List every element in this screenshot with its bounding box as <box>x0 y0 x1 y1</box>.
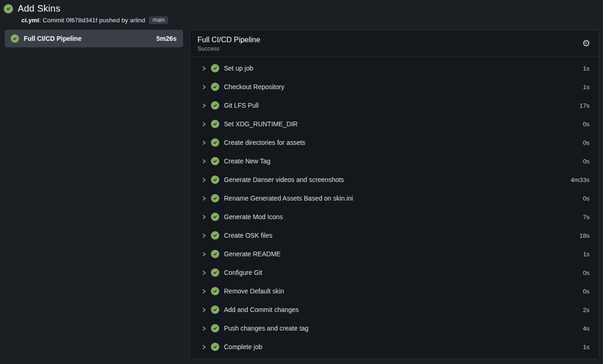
step-success-icon <box>211 101 219 110</box>
step-success-icon <box>211 250 219 258</box>
job-name: Full CI/CD Pipeline <box>24 35 151 42</box>
step-name: Create OSK files <box>224 232 575 239</box>
job-detail-panel: Full CI/CD Pipeline Success ⚙ Set up job… <box>190 30 599 359</box>
step-name: Git LFS Pull <box>224 102 575 109</box>
step-duration: 0s <box>583 195 590 202</box>
chevron-right-icon[interactable] <box>202 344 207 350</box>
step-success-icon <box>211 138 219 147</box>
content-area: Full CI/CD Pipeline 5m26s Full CI/CD Pip… <box>0 30 603 359</box>
step-duration: 0s <box>583 158 590 165</box>
chevron-right-icon[interactable] <box>202 326 207 331</box>
step-name: Set XDG_RUNTIME_DIR <box>224 120 579 128</box>
step-name: Complete job <box>224 343 579 351</box>
step-success-icon <box>211 157 219 165</box>
step-row[interactable]: Remove Default skin 0s <box>190 282 599 300</box>
step-duration: 0s <box>583 121 590 128</box>
step-row[interactable]: Generate Mod Icons 7s <box>190 208 599 226</box>
step-duration: 7s <box>583 214 590 221</box>
commit-text: : Commit 0f678d341f pushed by arlind <box>39 17 145 24</box>
branch-badge: main <box>149 16 168 24</box>
step-success-icon <box>211 287 219 295</box>
step-row[interactable]: Generate README 1s <box>190 245 599 263</box>
run-title: Add Skins <box>18 3 60 14</box>
jobs-sidebar: Full CI/CD Pipeline 5m26s <box>5 30 183 47</box>
step-row[interactable]: Create directories for assets 0s <box>190 133 599 152</box>
settings-gear-icon[interactable]: ⚙ <box>581 38 591 49</box>
step-success-icon <box>211 231 219 240</box>
panel-status: Success <box>197 46 260 52</box>
chevron-right-icon[interactable] <box>202 103 207 108</box>
step-row[interactable]: Set up job 1s <box>190 59 599 78</box>
step-row[interactable]: Git LFS Pull 17s <box>190 96 599 115</box>
step-success-icon <box>211 343 219 351</box>
step-duration: 18s <box>579 232 590 239</box>
panel-header: Full CI/CD Pipeline Success ⚙ <box>190 30 599 57</box>
step-duration: 0s <box>583 288 590 295</box>
step-row[interactable]: Generate Danser videos and screenshots 4… <box>190 170 599 189</box>
chevron-right-icon[interactable] <box>202 307 207 312</box>
step-name: Checkout Repository <box>224 83 579 91</box>
step-row[interactable]: Create New Tag 0s <box>190 152 599 170</box>
chevron-right-icon[interactable] <box>202 214 207 220</box>
step-duration: 17s <box>579 102 590 109</box>
step-duration: 0s <box>583 269 590 276</box>
step-name: Generate Mod Icons <box>224 213 579 221</box>
step-row[interactable]: Checkout Repository 1s <box>190 78 599 96</box>
step-success-icon <box>211 120 219 128</box>
step-row[interactable]: Push changes and create tag 4s <box>190 319 599 338</box>
job-item-full-pipeline[interactable]: Full CI/CD Pipeline 5m26s <box>5 30 183 47</box>
step-success-icon <box>211 324 219 332</box>
step-name: Create directories for assets <box>224 139 579 146</box>
step-name: Add and Commit changes <box>224 306 579 313</box>
step-duration: 0s <box>583 139 590 146</box>
step-success-icon <box>211 83 219 91</box>
chevron-right-icon[interactable] <box>202 270 207 275</box>
step-success-icon <box>211 306 219 314</box>
step-list: Set up job 1s Checkout Repository 1s Git… <box>190 57 599 359</box>
step-success-icon <box>211 194 219 202</box>
step-duration: 1s <box>583 84 590 91</box>
step-duration: 4m33s <box>570 176 590 183</box>
chevron-right-icon[interactable] <box>202 252 207 257</box>
workflow-file-name: ci.yml <box>21 17 39 24</box>
chevron-right-icon[interactable] <box>202 233 207 238</box>
step-success-icon <box>211 213 219 221</box>
step-name: Generate Danser videos and screenshots <box>224 176 566 183</box>
chevron-right-icon[interactable] <box>202 177 207 182</box>
step-name: Set up job <box>224 65 579 72</box>
chevron-right-icon[interactable] <box>202 66 207 71</box>
run-header: Add Skins ci.yml: Commit 0f678d341f push… <box>0 0 603 24</box>
step-name: Create New Tag <box>224 157 579 165</box>
step-row[interactable]: Configure Git 0s <box>190 263 599 282</box>
step-name: Push changes and create tag <box>224 325 579 332</box>
chevron-right-icon[interactable] <box>202 196 207 201</box>
step-row[interactable]: Create OSK files 18s <box>190 226 599 245</box>
job-success-icon <box>11 34 19 43</box>
step-name: Generate README <box>224 250 579 258</box>
step-success-icon <box>211 268 219 277</box>
step-duration: 4s <box>583 325 590 332</box>
run-subtitle: ci.yml: Commit 0f678d341f pushed by arli… <box>21 16 598 24</box>
chevron-right-icon[interactable] <box>202 84 207 90</box>
panel-title: Full CI/CD Pipeline <box>197 36 260 44</box>
chevron-right-icon[interactable] <box>202 140 207 145</box>
chevron-right-icon[interactable] <box>202 289 207 294</box>
step-row[interactable]: Rename Generated Assets Based on skin.in… <box>190 189 599 208</box>
step-duration: 2s <box>583 306 590 313</box>
job-duration: 5m26s <box>156 35 177 42</box>
chevron-right-icon[interactable] <box>202 159 207 164</box>
step-name: Remove Default skin <box>224 287 579 295</box>
step-name: Rename Generated Assets Based on skin.in… <box>224 195 579 202</box>
step-duration: 1s <box>583 65 590 72</box>
step-row[interactable]: Set XDG_RUNTIME_DIR 0s <box>190 115 599 133</box>
step-duration: 1s <box>583 344 590 351</box>
run-success-icon <box>4 4 13 13</box>
step-success-icon <box>211 64 219 72</box>
step-duration: 1s <box>583 251 590 258</box>
chevron-right-icon[interactable] <box>202 122 207 127</box>
step-row[interactable]: Add and Commit changes 2s <box>190 300 599 319</box>
step-row[interactable]: Complete job 1s <box>190 338 599 356</box>
step-success-icon <box>211 176 219 184</box>
step-name: Configure Git <box>224 269 579 276</box>
